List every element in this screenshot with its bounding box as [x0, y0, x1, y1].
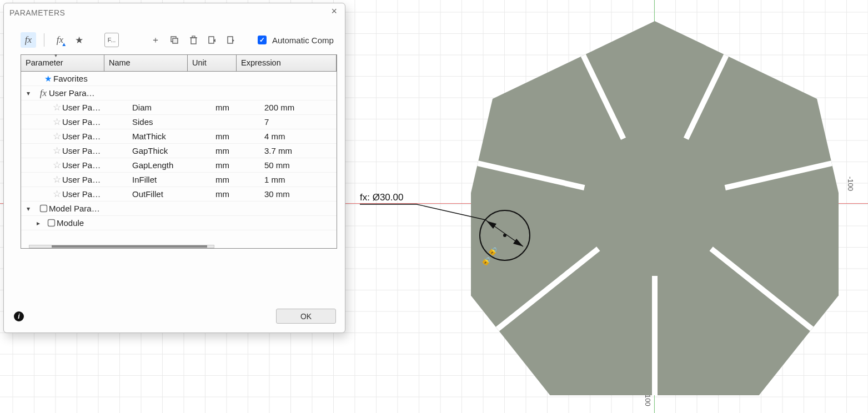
cell-name[interactable]: Sides	[132, 117, 215, 127]
column-header-name[interactable]: Name	[104, 55, 188, 72]
cell-name[interactable]: GapThick	[132, 146, 215, 155]
svg-rect-19	[209, 37, 214, 43]
cell-name[interactable]: InFillet	[132, 175, 215, 184]
separator	[44, 33, 44, 47]
parameters-tree[interactable]: ▾ ★ Favorites ▾ fx User Para… ☆User Pa…D…	[21, 72, 337, 249]
star-outline-icon[interactable]: ☆	[51, 188, 62, 200]
parameter-row[interactable]: ☆User Pa…GapLengthmm50 mm	[21, 158, 337, 173]
cell-parameter: User Pa…	[62, 189, 132, 199]
star-icon: ★	[42, 74, 53, 84]
cell-name[interactable]: OutFillet	[132, 189, 215, 199]
fx-icon: fx	[38, 88, 49, 99]
parameter-row[interactable]: ☆User Pa…OutFilletmm30 mm	[21, 187, 337, 202]
svg-rect-20	[228, 37, 233, 43]
group-module[interactable]: ▸ Module	[21, 216, 337, 230]
favorites-filter-icon[interactable]: ★	[71, 32, 87, 48]
dimension-label[interactable]: fx: Ø30.00	[360, 192, 403, 203]
fx-user-icon[interactable]: fx▲	[52, 32, 68, 48]
dialog-toolbar: fx fx▲ ★ F... ＋ Automatic Comp	[4, 20, 345, 52]
cell-name[interactable]: MatThick	[132, 132, 215, 141]
parameter-row[interactable]: ☆User Pa…Sides7	[21, 115, 337, 129]
component-icon	[38, 204, 49, 213]
dialog-title: PARAMETERS	[9, 8, 65, 17]
parameters-dialog: PARAMETERS × fx fx▲ ★ F... ＋ Automatic C…	[3, 3, 345, 333]
cell-parameter: User Pa…	[62, 146, 132, 155]
cell-unit[interactable]: mm	[215, 160, 264, 170]
svg-rect-22	[48, 220, 54, 226]
column-header-unit[interactable]: Unit	[188, 55, 237, 72]
cell-parameter: User Pa…	[62, 103, 132, 112]
cell-expression[interactable]: 50 mm	[264, 160, 337, 170]
import-icon[interactable]	[204, 32, 220, 48]
svg-rect-21	[40, 205, 47, 212]
auto-compute-label: Automatic Comp	[272, 36, 334, 45]
column-header-parameter[interactable]: ▾ Parameter	[21, 55, 104, 72]
cell-expression[interactable]: 1 mm	[264, 175, 337, 184]
cell-unit[interactable]: mm	[215, 103, 264, 112]
close-button[interactable]: ×	[328, 6, 340, 18]
group-favorites[interactable]: ▾ ★ Favorites	[21, 72, 337, 86]
column-header-expression[interactable]: Expression	[237, 55, 337, 72]
star-outline-icon[interactable]: ☆	[51, 116, 62, 128]
chevron-down-icon[interactable]: ▾	[24, 89, 32, 97]
auto-compute-checkbox[interactable]	[258, 36, 267, 44]
svg-rect-2	[652, 276, 658, 395]
group-model-parameters[interactable]: ▾ Model Para…	[21, 202, 337, 216]
component-icon	[46, 219, 57, 227]
parameter-row[interactable]: ☆User Pa…InFilletmm1 mm	[21, 173, 337, 187]
star-outline-icon[interactable]: ☆	[51, 130, 62, 142]
cell-expression[interactable]: 3.7 mm	[264, 146, 337, 155]
cell-unit[interactable]: mm	[215, 175, 264, 184]
cell-unit[interactable]	[215, 117, 264, 127]
ok-button[interactable]: OK	[276, 309, 336, 324]
star-outline-icon[interactable]: ☆	[51, 145, 62, 157]
cell-parameter: User Pa…	[62, 160, 132, 170]
fx-all-icon[interactable]: fx	[21, 32, 36, 48]
delete-icon[interactable]	[185, 32, 201, 48]
parameter-row[interactable]: ☆User Pa…Diammm200 mm	[21, 100, 337, 115]
export-icon[interactable]	[223, 32, 239, 48]
parameters-table-header: ▾ Parameter Name Unit Expression	[21, 54, 337, 72]
star-outline-icon[interactable]: ☆	[51, 102, 62, 113]
cell-name[interactable]: Diam	[132, 103, 215, 112]
chevron-right-icon[interactable]: ▸	[34, 219, 42, 227]
cell-name[interactable]: GapLength	[132, 160, 215, 170]
cell-expression[interactable]: 30 mm	[264, 189, 337, 199]
info-icon[interactable]: i	[14, 311, 24, 321]
group-user-parameters[interactable]: ▾ fx User Para…	[21, 86, 337, 100]
cell-expression[interactable]: 200 mm	[264, 103, 337, 112]
star-outline-icon[interactable]: ☆	[51, 174, 62, 185]
copy-icon[interactable]	[167, 32, 182, 48]
cell-unit[interactable]: mm	[215, 132, 264, 141]
svg-rect-16	[191, 38, 196, 44]
sort-indicator-icon: ▾	[54, 52, 57, 58]
filter-button[interactable]: F...	[104, 33, 119, 47]
chevron-down-icon[interactable]: ▾	[24, 205, 32, 213]
tick-label: 100	[644, 394, 652, 406]
add-parameter-icon[interactable]: ＋	[148, 32, 163, 48]
dialog-titlebar[interactable]: PARAMETERS ×	[4, 3, 345, 20]
tick-label: -100	[846, 177, 855, 191]
svg-rect-18	[192, 36, 195, 38]
svg-rect-15	[173, 38, 178, 43]
cell-parameter: User Pa…	[62, 132, 132, 141]
horizontal-scrollbar[interactable]	[29, 245, 214, 248]
cell-parameter: User Pa…	[62, 175, 132, 184]
cell-unit[interactable]: mm	[215, 189, 264, 199]
svg-marker-13	[486, 221, 496, 229]
parameter-row[interactable]: ☆User Pa…MatThickmm4 mm	[21, 129, 337, 144]
svg-line-10	[417, 204, 485, 220]
cell-parameter: User Pa…	[62, 117, 132, 127]
svg-marker-12	[513, 239, 523, 246]
cell-expression[interactable]: 7	[264, 117, 337, 127]
cell-expression[interactable]: 4 mm	[264, 132, 337, 141]
cell-unit[interactable]: mm	[215, 146, 264, 155]
parameter-row[interactable]: ☆User Pa…GapThickmm3.7 mm	[21, 144, 337, 158]
star-outline-icon[interactable]: ☆	[51, 159, 62, 171]
